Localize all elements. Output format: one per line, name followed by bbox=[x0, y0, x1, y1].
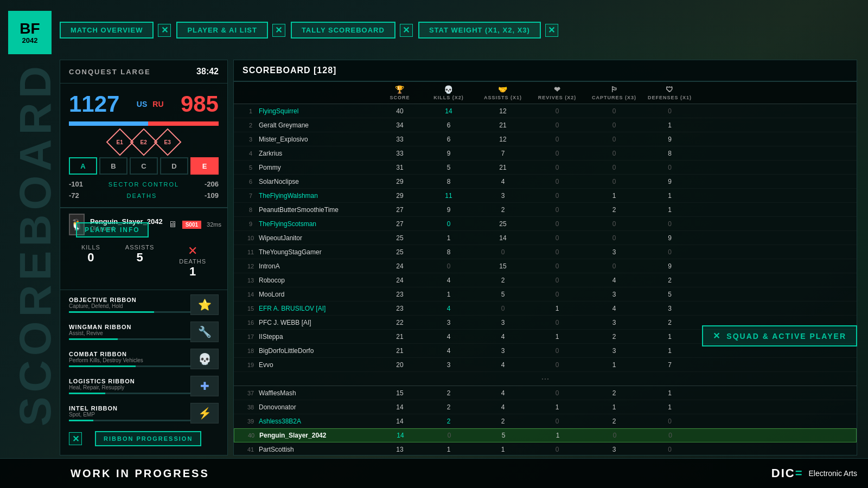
ribbon-objective-icon: ⭐ bbox=[190, 294, 219, 315]
captures-cell: 4 bbox=[584, 305, 644, 312]
name-cell: SolarNoclipse bbox=[259, 178, 378, 185]
captures-cell: 2 bbox=[584, 389, 644, 397]
squad-close-icon[interactable]: ✕ bbox=[713, 331, 721, 341]
name-cell: Pommy bbox=[259, 164, 378, 171]
score-cell: 14 bbox=[378, 418, 422, 425]
score-cell: 34 bbox=[378, 121, 422, 129]
ribbon-objective-name: OBJECTIVE RIBBON bbox=[69, 297, 190, 303]
assists-cell: 2 bbox=[476, 418, 530, 425]
ribbon-wingman-fill bbox=[69, 338, 118, 340]
assists-cell: 4 bbox=[476, 178, 530, 185]
ribbon-combat-icon: 💀 bbox=[190, 349, 219, 369]
table-row: 38 Donovonator 14 2 4 1 1 1 bbox=[234, 400, 857, 414]
tab-match-overview[interactable]: MATCH OVERVIEW bbox=[60, 22, 154, 38]
tab-tally-scoreboard[interactable]: TALLY SCOREBOARD bbox=[291, 22, 395, 38]
deaths-label: DEATHS bbox=[126, 192, 157, 199]
name-cell: WafflesMash bbox=[259, 389, 378, 397]
squad-active-label: SQUAD & ACTIVE PLAYER bbox=[726, 332, 846, 341]
revives-cell: 0 bbox=[530, 178, 584, 185]
ribbon-logistics-sub: Heal, Repair, Resupply bbox=[69, 384, 190, 390]
tab-stat-weight-row: STAT WEIGHT (X1, X2, X3) ✕ bbox=[418, 22, 558, 38]
kills-cell: 8 bbox=[422, 178, 476, 185]
revives-cell: 0 bbox=[530, 192, 584, 200]
revives-cell: 0 bbox=[530, 389, 584, 397]
close-player-ai[interactable]: ✕ bbox=[272, 24, 285, 37]
close-tally[interactable]: ✕ bbox=[400, 24, 413, 37]
kills-cell: 4 bbox=[422, 347, 476, 355]
name-cell: Geralt Greymane bbox=[259, 121, 378, 129]
col-score: 🏆 SCORE bbox=[378, 85, 422, 100]
assists-cell: 5 bbox=[476, 432, 531, 439]
rank-cell: 37 bbox=[242, 390, 259, 396]
table-row: 6 SolarNoclipse 29 8 4 0 0 9 bbox=[234, 175, 857, 189]
sector-a: A bbox=[69, 157, 97, 175]
rank-cell: 4 bbox=[242, 150, 259, 157]
name-cell: PartScottish bbox=[259, 446, 378, 453]
revives-cell: 0 bbox=[530, 361, 584, 369]
col-captures: 🏳 CAPTURES (x3) bbox=[584, 85, 644, 100]
captures-cell: 0 bbox=[584, 136, 644, 143]
rank-cell: 9 bbox=[242, 221, 259, 227]
revives-icon: ❤ bbox=[554, 85, 561, 94]
monitor-icon: 🖥 bbox=[168, 220, 177, 229]
name-cell: Robocop bbox=[259, 277, 378, 284]
name-cell: Zarkrius bbox=[259, 150, 378, 157]
rank-cell: 14 bbox=[242, 291, 259, 298]
deaths-us-num: -72 bbox=[69, 191, 79, 200]
ribbon-logistics-fill bbox=[69, 393, 105, 394]
captures-cell: 3 bbox=[584, 446, 644, 453]
objectives: E1 E2 E3 bbox=[69, 132, 219, 152]
kills-val: 0 bbox=[81, 251, 100, 265]
rank-cell: 11 bbox=[242, 249, 259, 255]
kills-cell: 0 bbox=[422, 220, 476, 228]
defenses-cell: 2 bbox=[644, 277, 695, 284]
tab-player-ai-row: PLAYER & AI LIST ✕ bbox=[176, 22, 285, 38]
name-cell: BigDorfoLittleDorfo bbox=[259, 347, 378, 355]
team-ru-label: RU bbox=[152, 100, 163, 108]
ribbon-intel: INTEL RIBBON Spot, EMP ⚡ bbox=[69, 403, 219, 423]
close-match-overview[interactable]: ✕ bbox=[158, 24, 171, 37]
deaths-row: -72 DEATHS -109 bbox=[69, 191, 219, 200]
kills-cell: 0 bbox=[422, 262, 476, 270]
tab-player-ai[interactable]: PLAYER & AI LIST bbox=[176, 22, 267, 38]
defenses-cell: 0 bbox=[644, 446, 695, 453]
ribbon-progression-button[interactable]: RIBBON PROGRESSION bbox=[95, 431, 201, 446]
deaths-kda-val: 1 bbox=[179, 265, 206, 279]
kills-cell: 4 bbox=[422, 277, 476, 284]
sectors: A B C D E bbox=[69, 157, 219, 175]
defenses-cell: 1 bbox=[644, 206, 695, 214]
captures-cell: 3 bbox=[584, 319, 644, 326]
team-us-label: US bbox=[137, 100, 147, 108]
name-cell: FlyingSquirrel bbox=[259, 107, 378, 115]
name-cell: Ashless38B2A bbox=[259, 418, 378, 425]
tab-stat-weight[interactable]: STAT WEIGHT (X1, X2, X3) bbox=[418, 22, 541, 38]
dice-logo-text: DIC= bbox=[771, 466, 803, 480]
captures-cell: 2 bbox=[584, 418, 644, 425]
col-revives: ❤ REVIVES (x2) bbox=[530, 85, 584, 100]
table-row: 12 IntronA 24 0 15 0 0 9 bbox=[234, 259, 857, 273]
ribbon-logistics-progress bbox=[69, 393, 190, 394]
score-cell: 20 bbox=[378, 361, 422, 369]
defenses-cell: 5 bbox=[644, 291, 695, 298]
kda-row: KILLS 0 ASSISTS 5 ✕ DEATHS 1 bbox=[69, 239, 219, 284]
defenses-cell: 0 bbox=[644, 220, 695, 228]
revives-cell: 0 bbox=[530, 234, 584, 242]
captures-cell: 3 bbox=[584, 291, 644, 298]
col-name bbox=[259, 85, 378, 100]
score-cell: 25 bbox=[378, 248, 422, 256]
ribbon-wingman-info: WINGMAN RIBBON Assist, Revive bbox=[69, 324, 190, 340]
captures-cell: 1 bbox=[584, 361, 644, 369]
close-stat-weight[interactable]: ✕ bbox=[545, 24, 558, 37]
rank-cell: 13 bbox=[242, 277, 259, 284]
ribbon-intel-info: INTEL RIBBON Spot, EMP bbox=[69, 405, 190, 421]
close-left-panel[interactable]: ✕ bbox=[69, 432, 82, 445]
ribbon-combat-progress bbox=[69, 365, 190, 367]
captures-cell: 1 bbox=[584, 192, 644, 200]
captures-icon: 🏳 bbox=[610, 85, 618, 94]
kills-cell: 4 bbox=[422, 305, 476, 312]
assists-cell: 14 bbox=[476, 234, 530, 242]
captures-cell: 0 bbox=[585, 432, 644, 439]
rank-cell: 8 bbox=[242, 207, 259, 213]
score-us: 1127 bbox=[69, 91, 119, 117]
col-rank bbox=[242, 85, 259, 100]
